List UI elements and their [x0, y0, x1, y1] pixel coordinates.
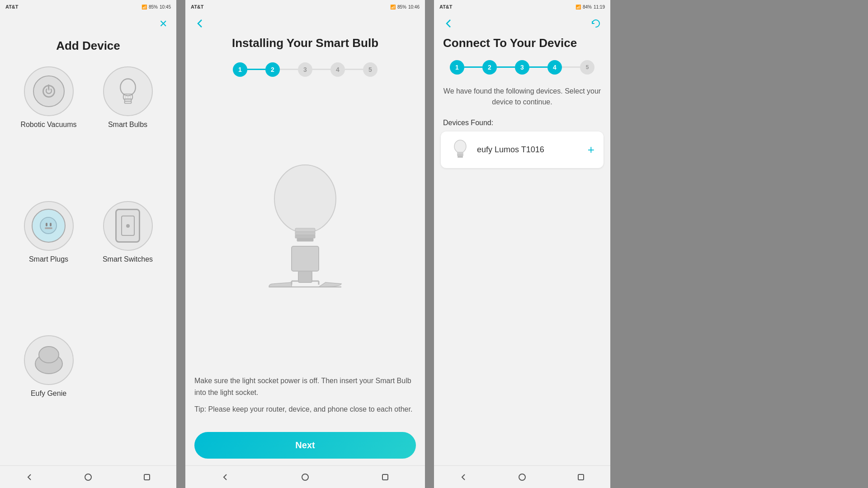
svg-rect-3 [124, 101, 131, 103]
time-2: 10:46 [408, 5, 420, 9]
step3-3: 3 [515, 60, 529, 75]
svg-rect-16 [295, 228, 315, 232]
device-item-vacuum[interactable]: Robotic Vacuums [14, 66, 84, 192]
home-nav-3[interactable] [517, 472, 528, 483]
instruction-text: Make sure the light socket power is off.… [194, 375, 416, 398]
step3-line-4 [562, 66, 580, 68]
battery-2: 85% [397, 5, 406, 9]
home-nav-2[interactable] [300, 472, 311, 483]
carrier-1: AT&T [5, 4, 19, 9]
device-item-bulbs[interactable]: Smart Bulbs [93, 66, 163, 192]
device-found-icon [450, 140, 470, 160]
status-bar-1: AT&T 📶 85% 10:45 [0, 0, 176, 14]
svg-rect-18 [295, 235, 315, 238]
status-bar-3: AT&T 📶 84% 11:19 [434, 0, 610, 14]
status-icons-3: 📶 84% 11:19 [576, 5, 605, 9]
battery-3: 84% [583, 5, 592, 9]
vacuum-icon [33, 75, 65, 107]
svg-rect-8 [46, 223, 47, 226]
devices-found-label: Devices Found: [434, 112, 610, 131]
screen-gap-1 [176, 0, 181, 488]
power-icon [42, 85, 55, 98]
screen-gap-2 [425, 0, 429, 488]
refresh-button[interactable] [590, 18, 601, 29]
add-device-button[interactable]: + [588, 143, 594, 157]
svg-rect-17 [295, 232, 315, 235]
plugs-label: Smart Plugs [29, 255, 68, 263]
svg-point-1 [120, 79, 136, 95]
recents-nav-icon[interactable] [142, 472, 152, 483]
progress-steps-2: 1 2 3 4 5 [185, 58, 425, 81]
device-found-card[interactable]: eufy Lumos T1016 + [441, 131, 604, 168]
switch-inner [121, 216, 135, 236]
svg-rect-9 [50, 223, 52, 226]
switch-icon-circle [103, 201, 153, 251]
genie-icon [31, 346, 67, 375]
svg-point-29 [454, 140, 466, 153]
switch-dot [126, 224, 130, 228]
back-button-3[interactable] [443, 18, 454, 29]
genie-label: Eufy Genie [31, 389, 66, 398]
next-button[interactable]: Next [194, 432, 416, 459]
screen3-header [434, 14, 610, 33]
plug-icon [32, 209, 66, 243]
close-button[interactable]: ✕ [159, 18, 167, 30]
device-grid: Robotic Vacuums Smart Bulbs [0, 62, 176, 465]
screen-installing: AT&T 📶 85% 10:46 Installing Your Smart B… [185, 0, 425, 488]
signal-icon: 📶 [142, 5, 147, 9]
bulb-icon-circle [103, 66, 153, 116]
bulb-install-svg [246, 158, 364, 294]
svg-rect-21 [298, 271, 312, 282]
device-item-genie[interactable]: Eufy Genie [14, 335, 84, 461]
step3-4: 4 [547, 60, 562, 75]
back-nav-icon[interactable] [24, 472, 35, 483]
instructions-section: Make sure the light socket power is off.… [185, 371, 425, 425]
step3-line-3 [529, 66, 547, 68]
step-line-2 [280, 69, 298, 70]
back-nav-2[interactable] [220, 472, 231, 483]
battery-1: 85% [149, 5, 158, 9]
signal-icon-3: 📶 [576, 5, 581, 9]
device-item-switches[interactable]: Smart Switches [93, 201, 163, 327]
recents-nav-3[interactable] [576, 472, 586, 483]
device-item-plugs[interactable]: Smart Plugs [14, 201, 84, 327]
status-icons-1: 📶 85% 10:45 [142, 5, 171, 9]
signal-icon-2: 📶 [390, 5, 396, 9]
nav-bar-1 [0, 465, 176, 488]
svg-rect-28 [382, 474, 388, 480]
step3-2: 2 [482, 60, 497, 75]
svg-rect-32 [458, 156, 463, 158]
vacuum-icon-circle [24, 66, 74, 116]
svg-rect-10 [45, 227, 52, 229]
recents-nav-2[interactable] [380, 472, 391, 483]
home-nav-icon[interactable] [83, 472, 94, 483]
time-3: 11:19 [594, 5, 605, 9]
connect-description: We have found the following devices. Sel… [434, 81, 610, 112]
back-button-2[interactable] [185, 14, 425, 33]
step3-1: 1 [450, 60, 464, 75]
switch-icon [115, 209, 140, 243]
svg-point-27 [302, 474, 308, 480]
step-line-1 [247, 69, 265, 70]
nav-bar-3 [434, 465, 610, 488]
tip-text: Tip: Please keep your router, device, an… [194, 404, 416, 415]
bulb-icon [114, 75, 142, 107]
carrier-2: AT&T [191, 4, 204, 9]
step-3: 3 [298, 62, 312, 77]
plug-svg [38, 216, 59, 236]
screen1-header: ✕ [0, 14, 176, 34]
step-4: 4 [330, 62, 345, 77]
svg-point-15 [274, 165, 336, 233]
vacuum-label: Robotic Vacuums [20, 121, 76, 129]
step3-line-1 [464, 66, 482, 68]
svg-rect-14 [144, 474, 150, 480]
found-bulb-icon [451, 138, 469, 161]
svg-rect-30 [457, 152, 463, 154]
step-line-3 [312, 69, 330, 70]
switches-label: Smart Switches [103, 255, 153, 263]
carrier-3: AT&T [439, 4, 453, 9]
step3-line-2 [497, 66, 515, 68]
svg-point-13 [85, 474, 91, 480]
back-nav-3[interactable] [458, 472, 469, 483]
found-device-name: eufy Lumos T1016 [477, 145, 581, 155]
